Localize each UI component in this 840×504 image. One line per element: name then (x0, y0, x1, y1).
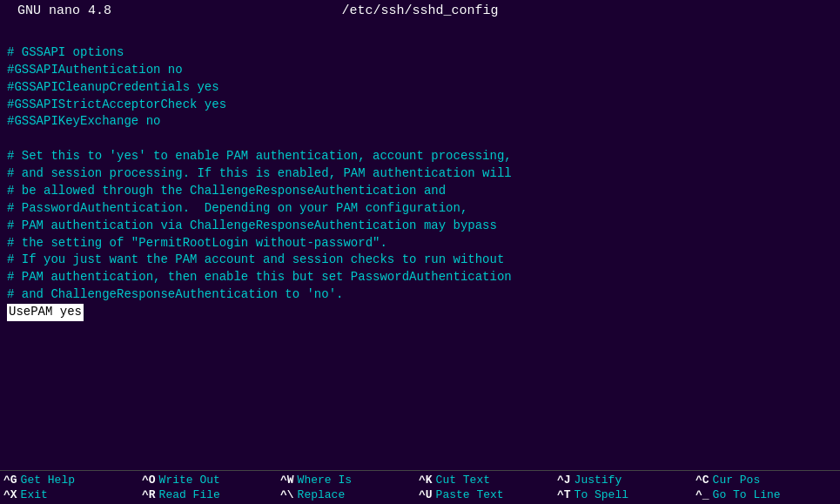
line-4: #GSSAPIStrictAcceptorCheck yes (7, 97, 833, 114)
shortcut-read-file[interactable]: ^R Read File (142, 488, 277, 501)
shortcut-get-help[interactable]: ^G Get Help (3, 474, 138, 487)
line-9: # be allowed through the ChallengeRespon… (7, 183, 833, 200)
shortcut-write-out[interactable]: ^O Write Out (142, 474, 277, 487)
shortcut-paste-text[interactable]: ^U Paste Text (419, 488, 554, 501)
file-path: /etc/ssh/sshd_config (341, 3, 498, 18)
line-10: # PasswordAuthentication. Depending on y… (7, 200, 833, 218)
highlighted-text: UsePAM yes (7, 304, 84, 321)
line-8: # and session processing. If this is ena… (7, 165, 833, 183)
shortcut-replace[interactable]: ^\ Replace (280, 488, 415, 501)
shortcut-justify[interactable]: ^J Justify (557, 474, 692, 487)
shortcut-label-read-file: Read File (159, 488, 220, 501)
shortcut-key-c: ^C (696, 474, 709, 487)
shortcut-label-cut-text: Cut Text (436, 474, 490, 487)
shortcut-key-g: ^G (3, 474, 17, 487)
shortcut-key-x: ^X (3, 488, 17, 501)
shortcut-label-justify: Justify (575, 474, 622, 487)
app-name: GNU nano 4.8 (17, 3, 111, 18)
shortcut-key-w: ^W (280, 474, 294, 487)
shortcut-label-write-out: Write Out (159, 474, 220, 487)
line-1: # GSSAPI options (7, 44, 833, 62)
shortcut-key-r: ^R (142, 488, 156, 501)
shortcut-label-go-to-line: Go To Line (713, 488, 781, 501)
shortcut-to-spell[interactable]: ^T To Spell (557, 488, 692, 501)
shortcut-label-paste-text: Paste Text (436, 488, 504, 501)
shortcut-label-exit: Exit (21, 488, 48, 501)
shortcut-key-u: ^U (419, 488, 433, 501)
shortcut-row-2: ^X Exit ^R Read File ^\ Replace ^U Paste… (0, 487, 840, 502)
shortcut-cur-pos[interactable]: ^C Cur Pos (696, 474, 830, 487)
line-11: # PAM authentication via ChallengeRespon… (7, 218, 833, 235)
shortcut-label-to-spell: To Spell (575, 488, 628, 501)
shortcut-key-backslash: ^\ (280, 488, 294, 501)
line-0 (7, 27, 833, 44)
shortcut-key-j: ^J (557, 474, 571, 487)
shortcut-exit[interactable]: ^X Exit (3, 488, 138, 501)
line-15: # and ChallengeResponseAuthentication to… (7, 286, 833, 304)
line-7: # Set this to 'yes' to enable PAM authen… (7, 148, 833, 165)
shortcut-key-t: ^T (557, 488, 571, 501)
line-13: # If you just want the PAM account and s… (7, 252, 833, 269)
shortcut-key-o: ^O (142, 474, 156, 487)
shortcut-go-to-line[interactable]: ^_ Go To Line (696, 488, 830, 501)
shortcut-label-get-help: Get Help (21, 474, 75, 487)
shortcut-cut-text[interactable]: ^K Cut Text (419, 474, 554, 487)
line-6 (7, 131, 833, 148)
shortcuts-bar: ^G Get Help ^O Write Out ^W Where Is ^K … (0, 470, 840, 504)
line-3: #GSSAPICleanupCredentials yes (7, 79, 833, 97)
shortcut-row-1: ^G Get Help ^O Write Out ^W Where Is ^K … (0, 473, 840, 487)
shortcut-key-k: ^K (419, 474, 433, 487)
line-16: UsePAM yes (7, 304, 833, 321)
shortcut-where-is[interactable]: ^W Where Is (280, 474, 415, 487)
shortcut-label-where-is: Where Is (298, 474, 352, 487)
line-2: #GSSAPIAuthentication no (7, 62, 833, 79)
line-14: # PAM authentication, then enable this b… (7, 269, 833, 286)
line-12: # the setting of "PermitRootLogin withou… (7, 235, 833, 252)
shortcut-label-replace: Replace (298, 488, 346, 501)
editor-area[interactable]: # GSSAPI options #GSSAPIAuthentication n… (0, 22, 840, 470)
shortcut-label-cur-pos: Cur Pos (713, 474, 761, 487)
line-5: #GSSAPIKeyExchange no (7, 113, 833, 131)
app: GNU nano 4.8 /etc/ssh/sshd_config # GSSA… (0, 0, 840, 504)
shortcut-key-underscore: ^_ (696, 488, 709, 501)
title-bar: GNU nano 4.8 /etc/ssh/sshd_config (0, 0, 840, 22)
